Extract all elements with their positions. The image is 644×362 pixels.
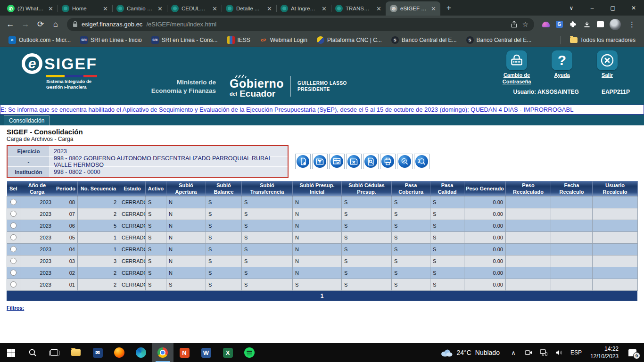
- upload-save-button[interactable]: [312, 154, 328, 169]
- bookmark-item[interactable]: SBanco Central del E...: [388, 35, 461, 45]
- forward-icon[interactable]: →: [19, 18, 32, 31]
- tab-close-icon[interactable]: ✕: [47, 5, 55, 12]
- row-select-radio[interactable]: [10, 270, 17, 276]
- bookmark-item[interactable]: SRISRI en Línea - Inicio: [76, 35, 146, 45]
- weather-widget[interactable]: 24°C Nublado: [437, 349, 503, 357]
- column-header[interactable]: Activo: [146, 181, 166, 197]
- row-select-radio[interactable]: [10, 246, 17, 252]
- taskbar-mail-app-icon[interactable]: ✉: [87, 343, 108, 362]
- browser-tab[interactable]: At Ingresos✕: [276, 1, 331, 16]
- taskbar-search-icon[interactable]: [22, 343, 43, 362]
- language-indicator[interactable]: ESP: [569, 349, 584, 356]
- form-value[interactable]: 998 - 0802 GOBIERNO AUTONOMO DESCENTRALI…: [50, 156, 288, 166]
- window-minimize-button[interactable]: –: [582, 0, 603, 16]
- taskbar-start-icon[interactable]: [0, 343, 22, 362]
- bookmark-item[interactable]: SBanco Central del E...: [462, 35, 536, 45]
- search-go-button[interactable]: [414, 154, 429, 169]
- tab-close-icon[interactable]: ✕: [320, 5, 328, 12]
- tab-close-icon[interactable]: ✕: [211, 5, 219, 12]
- exit-icon[interactable]: [597, 50, 618, 70]
- column-header[interactable]: Subió Cédulas Presup.: [342, 181, 392, 197]
- browser-tab[interactable]: CEDULA PRE✕: [167, 1, 222, 16]
- column-header[interactable]: Subió Balance: [206, 181, 242, 197]
- bookmark-item[interactable]: SRISRI en Línea - Cons...: [148, 35, 222, 45]
- exit-action[interactable]: Salir: [585, 50, 630, 85]
- clock-widget[interactable]: 14:22 12/10/2023: [588, 345, 620, 360]
- bookmark-item[interactable]: Todos los marcadores: [566, 35, 639, 45]
- window-maximize-button[interactable]: ▢: [603, 0, 623, 16]
- meet-now-icon[interactable]: [523, 346, 534, 360]
- taskbar-task-view-icon[interactable]: [43, 343, 65, 362]
- home-icon[interactable]: ⌂: [49, 18, 62, 31]
- side-panel-icon[interactable]: [597, 21, 604, 27]
- profile-avatar[interactable]: [610, 19, 621, 30]
- validate-sheet-button[interactable]: [329, 154, 345, 169]
- browser-menu-icon[interactable]: ⋮: [627, 20, 637, 29]
- filters-link[interactable]: Filtros:: [7, 305, 24, 311]
- taskbar-spotify-icon[interactable]: [239, 343, 260, 362]
- row-select-radio[interactable]: [10, 234, 17, 240]
- column-header[interactable]: Subió Presup. Inicial: [293, 181, 342, 197]
- tab-close-icon[interactable]: ✕: [429, 5, 438, 12]
- browser-tab[interactable]: ◎eSIGEF - Sist✕: [386, 1, 440, 16]
- network-icon[interactable]: [538, 346, 549, 360]
- row-select-radio[interactable]: [10, 211, 17, 217]
- tab-consolidacion[interactable]: Consolidación: [4, 115, 50, 125]
- taskbar-word-icon[interactable]: W: [195, 343, 217, 362]
- reload-icon[interactable]: ⟳: [34, 18, 47, 31]
- search-check-button[interactable]: [397, 154, 413, 169]
- select-cell[interactable]: [7, 244, 20, 255]
- column-header[interactable]: Fecha Recalculo: [551, 181, 593, 197]
- select-cell[interactable]: [7, 255, 20, 267]
- password-lock-icon[interactable]: [506, 50, 527, 70]
- column-header[interactable]: Año de Carga: [20, 181, 54, 197]
- print-button[interactable]: [380, 154, 396, 169]
- column-header[interactable]: Sel: [7, 181, 20, 197]
- taskbar-excel-icon[interactable]: X: [217, 343, 239, 362]
- extensions-puzzle-icon[interactable]: [569, 20, 577, 29]
- select-cell[interactable]: [7, 267, 20, 279]
- share-icon[interactable]: [511, 21, 518, 28]
- row-select-radio[interactable]: [10, 281, 17, 288]
- bookmark-item[interactable]: oOutlook.com - Micr...: [5, 35, 74, 45]
- back-icon[interactable]: ←: [4, 18, 17, 31]
- browser-tab[interactable]: Cambio Ejerc✕: [112, 1, 167, 16]
- window-close-button[interactable]: ✕: [623, 0, 644, 16]
- password-lock-action[interactable]: Cambio deContraseña: [494, 50, 539, 85]
- select-cell[interactable]: [7, 279, 20, 291]
- select-cell[interactable]: [7, 197, 20, 208]
- translate-extension-icon[interactable]: G: [556, 21, 563, 28]
- new-record-button[interactable]: [295, 154, 311, 169]
- weather-extension-icon[interactable]: [542, 20, 550, 29]
- form-value[interactable]: 998 - 0802 - 0000: [50, 167, 288, 177]
- taskbar-firefox-icon[interactable]: [108, 343, 130, 362]
- browser-tab[interactable]: Detalle Asien✕: [222, 1, 276, 16]
- bookmark-item[interactable]: cPWebmail Login: [256, 35, 311, 45]
- select-cell[interactable]: [7, 208, 20, 220]
- pagination-bar[interactable]: 1: [7, 291, 637, 301]
- tab-close-icon[interactable]: ✕: [375, 5, 383, 12]
- notification-center-icon[interactable]: 9: [625, 346, 639, 360]
- column-header[interactable]: Pasa Cobertura: [392, 181, 430, 197]
- column-header[interactable]: Periodo: [54, 181, 78, 197]
- address-bar[interactable]: esigef.finanzas.gob.ec/eSIGEF/menu/index…: [67, 18, 534, 31]
- bookmark-item[interactable]: Plataforma CNC | C...: [313, 35, 386, 45]
- delete-record-button[interactable]: [346, 154, 362, 169]
- help-action[interactable]: ?Ayuda: [539, 50, 585, 85]
- browser-tab[interactable]: Home✕: [58, 1, 112, 16]
- taskbar-file-explorer-icon[interactable]: [65, 343, 87, 362]
- preview-document-button[interactable]: [363, 154, 379, 169]
- row-select-radio[interactable]: [10, 258, 17, 264]
- browser-tab[interactable]: (2) WhatsApp✕: [3, 1, 58, 16]
- bookmark-item[interactable]: IESS: [223, 35, 254, 45]
- help-icon[interactable]: ?: [552, 50, 572, 70]
- volume-icon[interactable]: [553, 346, 564, 360]
- column-header[interactable]: Estado: [119, 181, 146, 197]
- column-header[interactable]: Peso Generado: [464, 181, 506, 197]
- downloads-icon[interactable]: [583, 20, 591, 29]
- bookmark-star-icon[interactable]: ☆: [522, 20, 528, 29]
- taskbar-app-red-icon[interactable]: N: [173, 343, 195, 362]
- column-header[interactable]: Usuario Recalculo: [593, 181, 638, 197]
- taskbar-edge-icon[interactable]: [130, 343, 152, 362]
- tab-close-icon[interactable]: ✕: [101, 5, 109, 12]
